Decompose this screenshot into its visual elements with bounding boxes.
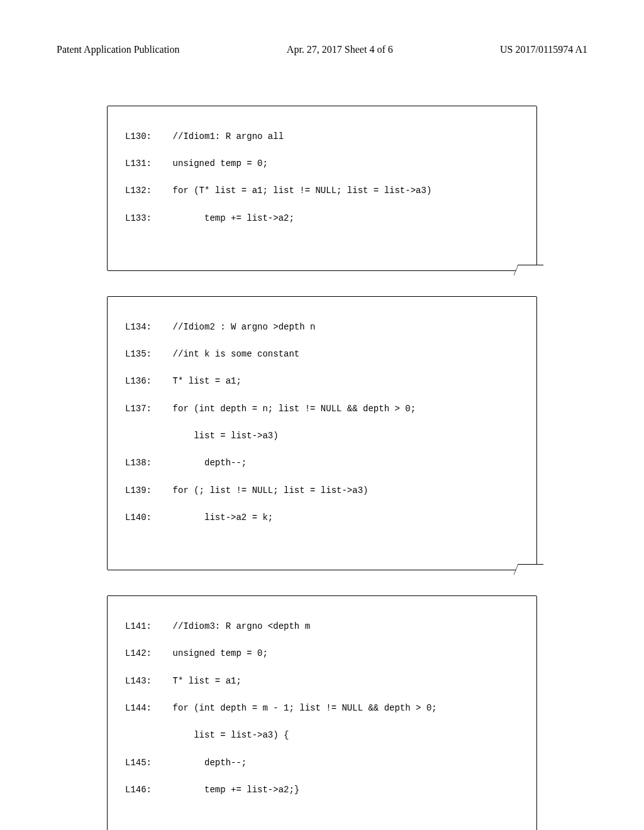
code-line: L140: list->a2 = k; <box>125 511 525 525</box>
header-left: Patent Application Publication <box>57 44 180 55</box>
figure-content: L130: //Idiom1: R argno all L131: unsign… <box>0 55 644 830</box>
code-line: L130: //Idiom1: R argno all <box>125 130 525 144</box>
code-line: L132: for (T* list = a1; list != NULL; l… <box>125 184 525 198</box>
code-line: L146: temp += list->a2;} <box>125 783 525 797</box>
code-line: L137: for (int depth = n; list != NULL &… <box>125 402 525 416</box>
code-line: L136: T* list = a1; <box>125 375 525 389</box>
code-line: list = list->a3) { <box>125 729 525 743</box>
code-line: L141: //Idiom3: R argno <depth m <box>125 620 525 634</box>
code-line: L144: for (int depth = m - 1; list != NU… <box>125 702 525 716</box>
code-line: L142: unsigned temp = 0; <box>125 647 525 661</box>
code-line: list = list->a3) <box>125 429 525 443</box>
code-box-idiom2: L134: //Idiom2 : W argno >depth n L135: … <box>107 296 537 570</box>
page-header: Patent Application Publication Apr. 27, … <box>0 0 644 55</box>
code-line: L139: for (; list != NULL; list = list->… <box>125 484 525 498</box>
code-line: L133: temp += list->a2; <box>125 212 525 226</box>
code-box-idiom1: L130: //Idiom1: R argno all L131: unsign… <box>107 106 537 271</box>
code-line: L145: depth--; <box>125 756 525 770</box>
code-line: L131: unsigned temp = 0; <box>125 157 525 171</box>
code-box-idiom3: L141: //Idiom3: R argno <depth m L142: u… <box>107 595 537 830</box>
code-line: L134: //Idiom2 : W argno >depth n <box>125 321 525 335</box>
code-line: L138: depth--; <box>125 456 525 470</box>
header-center: Apr. 27, 2017 Sheet 4 of 6 <box>287 44 393 55</box>
code-line: L143: T* list = a1; <box>125 675 525 689</box>
code-line: L135: //int k is some constant <box>125 348 525 362</box>
header-right: US 2017/0115974 A1 <box>500 44 587 55</box>
